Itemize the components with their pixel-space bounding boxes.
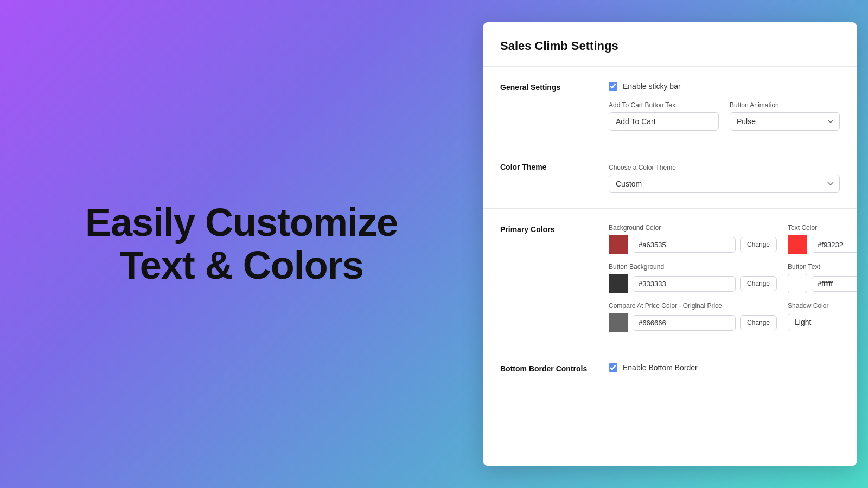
bottom-border-content: Enable Bottom Border [609,363,840,383]
bottom-border-row: Bottom Border Controls Enable Bottom Bor… [500,363,840,383]
button-background-label: Button Background [609,263,777,271]
choose-color-theme-label: Choose a Color Theme [609,164,840,171]
text-color-swatch[interactable] [788,235,807,254]
button-background-change-btn[interactable]: Change [740,276,777,291]
button-background-input-row: Change [609,274,777,293]
compare-price-hex-input[interactable] [633,315,736,331]
background: Easily Customize Text & Colors Sales Cli… [0,0,868,488]
button-text-label: Button Text [788,263,857,271]
add-to-cart-label: Add To Cart Button Text [609,101,719,109]
primary-colors-content: Background Color Change Text Color [609,224,857,332]
text-color-label: Text Color [788,224,857,232]
compare-price-change-btn[interactable]: Change [740,315,777,330]
compare-price-item: Compare At Price Color - Original Price … [609,302,777,332]
color-theme-label: Color Theme [500,162,609,193]
general-settings-content: Enable sticky bar Add To Cart Button Tex… [609,82,840,131]
text-color-hex-input[interactable] [812,237,857,253]
colors-bottom-row: Compare At Price Color - Original Price … [609,302,857,332]
enable-bottom-border-row: Enable Bottom Border [609,363,840,372]
shadow-color-select[interactable]: Light Dark None [788,313,857,331]
compare-price-label: Compare At Price Color - Original Price [609,302,777,310]
button-background-item: Button Background Change [609,263,777,293]
compare-price-swatch[interactable] [609,313,628,332]
bottom-border-section: Bottom Border Controls Enable Bottom Bor… [483,348,857,398]
settings-panel: Sales Climb Settings General Settings En… [483,22,857,466]
color-theme-select[interactable]: Custom Light Dark Red Blue Green [609,175,840,193]
hero-text: Easily Customize Text & Colors [85,201,398,287]
color-theme-section: Color Theme Choose a Color Theme Custom … [483,146,857,209]
enable-sticky-bar-label: Enable sticky bar [623,82,681,91]
hero-line2: Text & Colors [85,244,398,287]
left-section: Easily Customize Text & Colors [0,169,483,319]
enable-bottom-border-label: Enable Bottom Border [623,363,698,372]
color-theme-group: Choose a Color Theme Custom Light Dark R… [609,164,840,193]
background-color-change-btn[interactable]: Change [740,237,777,252]
enable-bottom-border-checkbox[interactable] [609,363,617,372]
general-settings-section: General Settings Enable sticky bar Add T… [483,67,857,146]
text-color-item: Text Color Change [788,224,857,254]
button-text-input-row: Change [788,274,857,293]
background-color-label: Background Color [609,224,777,232]
panel-title: Sales Climb Settings [483,39,857,67]
enable-sticky-bar-row: Enable sticky bar [609,82,840,91]
background-color-hex-input[interactable] [633,237,736,253]
add-to-cart-input[interactable] [609,112,719,131]
button-text-item: Button Text Change [788,263,857,293]
text-color-input-row: Change [788,235,857,254]
add-to-cart-group: Add To Cart Button Text [609,101,719,131]
button-text-swatch[interactable] [788,274,807,293]
general-settings-label: General Settings [500,82,609,131]
background-color-swatch[interactable] [609,235,628,254]
primary-colors-label: Primary Colors [500,224,609,332]
button-animation-label: Button Animation [730,101,840,109]
button-animation-group: Button Animation None Pulse Shake Bounce [730,101,840,131]
background-color-input-row: Change [609,235,777,254]
enable-sticky-bar-checkbox[interactable] [609,82,617,91]
color-theme-content: Choose a Color Theme Custom Light Dark R… [609,162,840,193]
bottom-border-label: Bottom Border Controls [500,363,609,383]
primary-colors-section: Primary Colors Background Color Change [483,209,857,348]
background-color-item: Background Color Change [609,224,777,254]
colors-top-row: Background Color Change Text Color [609,224,857,254]
compare-price-input-row: Change [609,313,777,332]
hero-line1: Easily Customize [85,201,398,244]
add-to-cart-row: Add To Cart Button Text Button Animation… [609,101,840,131]
shadow-color-item: Shadow Color Light Dark None [788,302,857,332]
button-text-hex-input[interactable] [812,276,857,292]
colors-middle-row: Button Background Change Button Text [609,263,857,293]
button-background-hex-input[interactable] [633,276,736,292]
shadow-color-label: Shadow Color [788,302,857,310]
button-background-swatch[interactable] [609,274,628,293]
button-animation-select[interactable]: None Pulse Shake Bounce [730,112,840,131]
